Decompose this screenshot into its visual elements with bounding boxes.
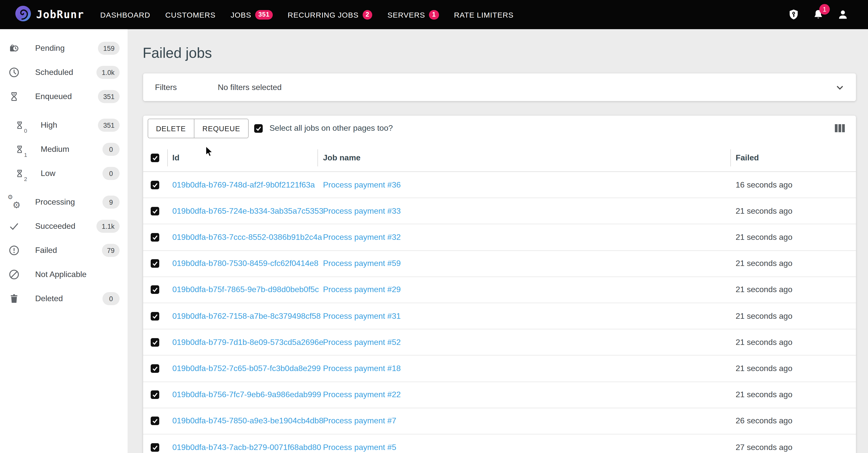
sidebar-item-processing[interactable]: ⚙⚙Processing9 <box>0 190 128 214</box>
shield-key-icon <box>787 8 800 21</box>
sidebar-item-label: Not Applicable <box>35 270 87 279</box>
brand[interactable]: JobRunr <box>14 5 84 24</box>
row-checkbox[interactable] <box>151 233 159 242</box>
job-name-link[interactable]: Process payment #32 <box>323 233 401 242</box>
row-checkbox[interactable] <box>151 286 159 294</box>
jobrunr-logo-icon <box>14 5 32 24</box>
job-id-link[interactable]: 019b0dfa-b765-724e-b334-3ab35a7c5353 <box>172 207 323 216</box>
table-row: 019b0dfa-b743-7acb-b279-0071f68abd80Proc… <box>143 434 856 453</box>
job-id-link[interactable]: 019b0dfa-b779-7d1b-8e09-573cd5a2696e <box>172 338 323 347</box>
nav-item-label: SERVERS <box>388 10 425 19</box>
sidebar-item-low[interactable]: 2Low0 <box>0 161 128 186</box>
page-title: Failed jobs <box>143 45 212 61</box>
select-all-pages-checkbox[interactable] <box>254 124 262 133</box>
job-id-link[interactable]: 019b0dfa-b763-7ccc-8552-0386b91b2c4a <box>172 233 322 242</box>
notification-badge: 1 <box>819 4 830 15</box>
person-icon <box>837 8 849 21</box>
top-navbar: JobRunr DASHBOARDCUSTOMERSJOBS351RECURRI… <box>0 0 868 29</box>
job-name-link[interactable]: Process payment #29 <box>323 285 401 294</box>
scheduled-icon <box>7 66 21 79</box>
sidebar-item-deleted[interactable]: Deleted0 <box>0 287 128 311</box>
job-name-link[interactable]: Process payment #18 <box>323 364 401 373</box>
row-checkbox[interactable] <box>151 207 159 216</box>
nav-item-jobs[interactable]: JOBS351 <box>230 10 273 19</box>
job-name-link[interactable]: Process payment #36 <box>323 180 401 189</box>
row-checkbox[interactable] <box>151 312 159 320</box>
row-checkbox[interactable] <box>151 364 159 373</box>
table-row: 019b0dfa-b769-748d-af2f-9b0f2121f63aProc… <box>143 172 856 198</box>
chevron-down-icon[interactable] <box>834 81 846 93</box>
sidebar-item-label: Deleted <box>35 294 63 303</box>
nav-item-servers[interactable]: SERVERS1 <box>388 10 439 19</box>
table-row: 019b0dfa-b752-7c65-b057-fc3b0da8e299Proc… <box>143 356 856 382</box>
sidebar-item-medium[interactable]: 1Medium0 <box>0 137 128 161</box>
requeue-button[interactable]: REQUEUE <box>194 119 248 138</box>
sidebar-item-label: Succeeded <box>35 222 75 231</box>
job-failed-time: 21 seconds ago <box>736 390 793 399</box>
column-settings-button[interactable] <box>834 124 845 133</box>
sidebar-item-succeeded[interactable]: Succeeded1.1k <box>0 214 128 238</box>
job-id-link[interactable]: 019b0dfa-b756-7fc7-9eb6-9a986edab999 <box>172 390 321 399</box>
row-checkbox[interactable] <box>151 180 159 189</box>
sidebar-item-not-applicable[interactable]: Not Applicable <box>0 262 128 287</box>
nav-item-customers[interactable]: CUSTOMERS <box>165 10 216 19</box>
sidebar-item-pending[interactable]: Pending159 <box>0 36 128 60</box>
job-name-link[interactable]: Process payment #5 <box>323 443 396 452</box>
job-id-link[interactable]: 019b0dfa-b75f-7865-9e7b-d98d0beb0f5c <box>172 285 319 294</box>
table-row: 019b0dfa-b756-7fc7-9eb6-9a986edab999Proc… <box>143 382 856 408</box>
filters-panel[interactable]: Filters No filters selected <box>143 74 856 101</box>
job-id-link[interactable]: 019b0dfa-b762-7158-a7be-8c379498cf58 <box>172 311 321 320</box>
account-button[interactable] <box>837 8 849 21</box>
job-name-link[interactable]: Process payment #22 <box>323 390 401 399</box>
job-failed-time: 21 seconds ago <box>736 338 793 347</box>
nav-item-dashboard[interactable]: DASHBOARD <box>100 10 150 19</box>
job-failed-time: 21 seconds ago <box>736 207 793 216</box>
nav-count-badge: 351 <box>255 10 273 19</box>
select-all-checkbox[interactable] <box>151 153 159 162</box>
job-name-link[interactable]: Process payment #7 <box>323 417 396 426</box>
topbar-actions: 1 <box>787 8 849 21</box>
sidebar-item-label: High <box>41 121 57 130</box>
job-id-link[interactable]: 019b0dfa-b780-7530-8459-cfc62f0414e8 <box>172 259 318 268</box>
columns-icon <box>834 126 845 134</box>
not-applicable-icon <box>7 268 21 281</box>
job-name-link[interactable]: Process payment #31 <box>323 311 401 320</box>
notifications-button[interactable]: 1 <box>812 8 824 21</box>
security-button[interactable] <box>787 8 800 21</box>
job-id-link[interactable]: 019b0dfa-b752-7c65-b057-fc3b0da8e299 <box>172 364 321 373</box>
table-row: 019b0dfa-b745-7850-a9e3-be1904cb4db8Proc… <box>143 408 856 434</box>
job-id-link[interactable]: 019b0dfa-b745-7850-a9e3-be1904cb4db8 <box>172 417 323 426</box>
row-checkbox[interactable] <box>151 443 159 452</box>
job-id-link[interactable]: 019b0dfa-b743-7acb-b279-0071f68abd80 <box>172 443 321 452</box>
nav-item-label: RECURRING JOBS <box>287 10 359 19</box>
column-header-id[interactable]: Id <box>172 153 179 162</box>
job-id-link[interactable]: 019b0dfa-b769-748d-af2f-9b0f2121f63a <box>172 180 315 189</box>
row-checkbox[interactable] <box>151 338 159 347</box>
row-checkbox[interactable] <box>151 259 159 268</box>
nav-item-rate-limiters[interactable]: RATE LIMITERS <box>454 10 514 19</box>
table-row: 019b0dfa-b75f-7865-9e7b-d98d0beb0f5cProc… <box>143 277 856 303</box>
row-checkbox[interactable] <box>151 390 159 399</box>
job-failed-time: 27 seconds ago <box>736 443 793 452</box>
pending-icon <box>7 42 21 55</box>
delete-button[interactable]: DELETE <box>148 119 194 138</box>
nav-item-recurring-jobs[interactable]: RECURRING JOBS2 <box>287 10 372 19</box>
sidebar-item-high[interactable]: 0High351 <box>0 113 128 137</box>
sidebar-count-badge: 9 <box>102 196 120 209</box>
sidebar-item-label: Low <box>41 169 56 178</box>
sidebar-item-enqueued[interactable]: Enqueued351 <box>0 84 128 109</box>
job-name-link[interactable]: Process payment #33 <box>323 207 401 216</box>
table-row: 019b0dfa-b762-7158-a7be-8c379498cf58Proc… <box>143 303 856 329</box>
sidebar-item-label: Scheduled <box>35 68 73 77</box>
row-checkbox[interactable] <box>151 417 159 425</box>
filters-value: No filters selected <box>218 83 282 92</box>
enqueued-icon <box>7 90 21 103</box>
sidebar-item-label: Pending <box>35 44 65 53</box>
job-name-link[interactable]: Process payment #52 <box>323 338 401 347</box>
sidebar-item-scheduled[interactable]: Scheduled1.0k <box>0 60 128 84</box>
column-header-job-name[interactable]: Job name <box>323 153 361 162</box>
column-header-failed[interactable]: Failed <box>736 153 759 162</box>
job-name-link[interactable]: Process payment #59 <box>323 259 401 268</box>
brand-name: JobRunr <box>36 8 84 21</box>
sidebar-item-failed[interactable]: Failed79 <box>0 238 128 262</box>
